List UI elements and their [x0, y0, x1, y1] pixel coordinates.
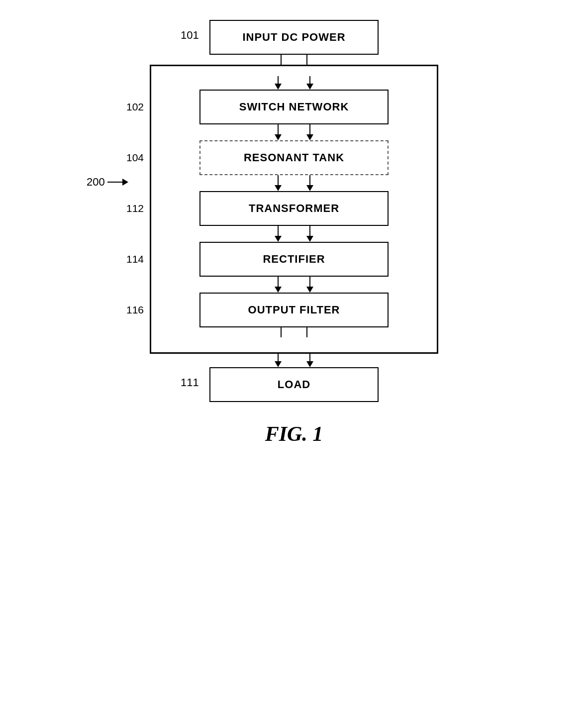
label-111: 111 — [181, 376, 199, 389]
input-dc-block: INPUT DC POWER — [209, 20, 379, 55]
transformer-block: TRANSFORMER — [199, 191, 389, 226]
arrow-input-to-switch — [281, 55, 307, 65]
rectifier-row: 114 RECTIFIER — [171, 242, 417, 277]
arrow-line-left — [281, 55, 282, 65]
rectifier-block: RECTIFIER — [199, 242, 389, 277]
transformer-row: 112 TRANSFORMER — [171, 191, 417, 226]
resonant-tank-row: 104 RESONANT TANK — [171, 140, 417, 175]
fig-label: FIG. 1 — [265, 422, 323, 446]
outer-box: 200 102 SWITCH NETWORK — [150, 65, 438, 354]
load-block: LOAD — [209, 367, 379, 402]
switch-network-block: SWITCH NETWORK — [199, 90, 389, 124]
arrows-to-load — [275, 354, 313, 367]
label-104: 104 — [126, 152, 144, 164]
arrows-rectifier-to-filter — [275, 277, 313, 293]
label-114: 114 — [126, 253, 144, 265]
output-filter-row: 116 OUTPUT FILTER — [171, 293, 417, 327]
resonant-tank-block: RESONANT TANK — [199, 140, 389, 175]
arrows-filter-to-load — [281, 327, 307, 337]
label-112: 112 — [126, 203, 144, 214]
label-101: 101 — [181, 29, 199, 42]
label-200-wrapper: 200 — [87, 176, 128, 189]
arrows-switch-to-resonant — [275, 124, 313, 140]
load-wrapper: 111 LOAD — [120, 367, 468, 402]
output-filter-block: OUTPUT FILTER — [199, 293, 389, 327]
arrows-into-switch — [275, 76, 313, 90]
arrow-line-right — [306, 55, 307, 65]
diagram: 101 INPUT DC POWER 200 — [120, 20, 468, 446]
arrows-transformer-to-rectifier — [275, 226, 313, 242]
label-200: 200 — [87, 176, 105, 189]
input-dc-wrapper: 101 INPUT DC POWER — [120, 20, 468, 55]
arrow-200 — [107, 179, 128, 186]
label-116: 116 — [126, 304, 144, 316]
switch-network-row: 102 SWITCH NETWORK — [171, 90, 417, 124]
arrows-resonant-to-transformer — [275, 175, 313, 191]
label-102: 102 — [126, 101, 144, 113]
